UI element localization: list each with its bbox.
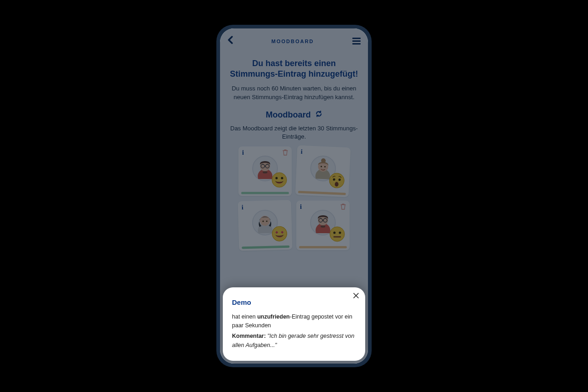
mood-emoji-sad — [328, 173, 345, 189]
close-button[interactable] — [353, 292, 359, 300]
screen: MOODBOARD Du hast bereits einen Stimmung… — [220, 28, 368, 364]
mood-emoji-happy — [271, 172, 287, 188]
mood-card[interactable]: i — [296, 201, 350, 250]
popup-title: Demo — [232, 298, 356, 306]
mood-card[interactable]: i — [295, 146, 351, 197]
mood-card[interactable]: i — [238, 146, 292, 196]
excited-face-icon — [271, 226, 288, 242]
mood-cards-grid: i — [227, 146, 361, 250]
trash-icon — [283, 149, 288, 156]
hamburger-icon — [352, 38, 361, 39]
moodboard-subtitle: Das Moodboard zeigt die letzten 30 Stimm… — [230, 124, 358, 141]
moodboard-heading-text: Moodboard — [266, 110, 311, 119]
trash-icon — [340, 203, 346, 210]
svg-point-28 — [334, 232, 336, 234]
mood-bar — [242, 246, 289, 249]
svg-point-6 — [276, 177, 278, 179]
refresh-icon — [315, 110, 322, 118]
refresh-button[interactable] — [315, 110, 322, 119]
info-icon[interactable]: i — [242, 149, 244, 157]
delete-button[interactable] — [283, 149, 288, 157]
neutral-face-icon — [329, 226, 345, 242]
mood-bar — [298, 191, 346, 196]
mood-card[interactable]: i — [238, 200, 293, 251]
hamburger-menu-button[interactable] — [352, 38, 361, 45]
svg-point-27 — [330, 227, 345, 241]
info-icon[interactable]: i — [242, 204, 243, 211]
notification-popup: Demo hat einen unzufrieden-Eintrag gepos… — [223, 287, 365, 361]
close-icon — [353, 293, 359, 298]
wait-message: Du muss noch 60 Minuten warten, bis du e… — [230, 84, 358, 102]
topbar: MOODBOARD — [227, 35, 361, 50]
mood-bar — [241, 192, 289, 194]
svg-point-7 — [281, 177, 283, 179]
page-title: MOODBOARD — [271, 39, 314, 44]
mood-bar — [299, 246, 347, 248]
headline: Du hast bereits einen Stimmungs-Eintrag … — [229, 58, 359, 79]
delete-button[interactable] — [340, 203, 346, 211]
phone-frame: MOODBOARD Du hast bereits einen Stimmung… — [216, 25, 372, 367]
svg-point-21 — [272, 226, 287, 241]
svg-point-5 — [272, 173, 287, 187]
info-icon[interactable]: i — [300, 148, 303, 156]
back-button[interactable] — [227, 36, 233, 46]
moodboard-heading: Moodboard — [227, 110, 361, 120]
chevron-left-icon — [227, 36, 233, 44]
popup-message: hat einen unzufrieden-Eintrag gepostet v… — [232, 313, 356, 330]
happy-face-icon — [271, 172, 287, 188]
popup-comment: Kommentar: "Ich bin gerade sehr gestress… — [232, 332, 356, 350]
mood-emoji-excited — [271, 226, 288, 242]
svg-point-29 — [339, 232, 341, 234]
mood-emoji-neutral — [329, 226, 345, 242]
info-icon[interactable]: i — [300, 203, 302, 211]
sad-face-icon — [328, 173, 345, 189]
